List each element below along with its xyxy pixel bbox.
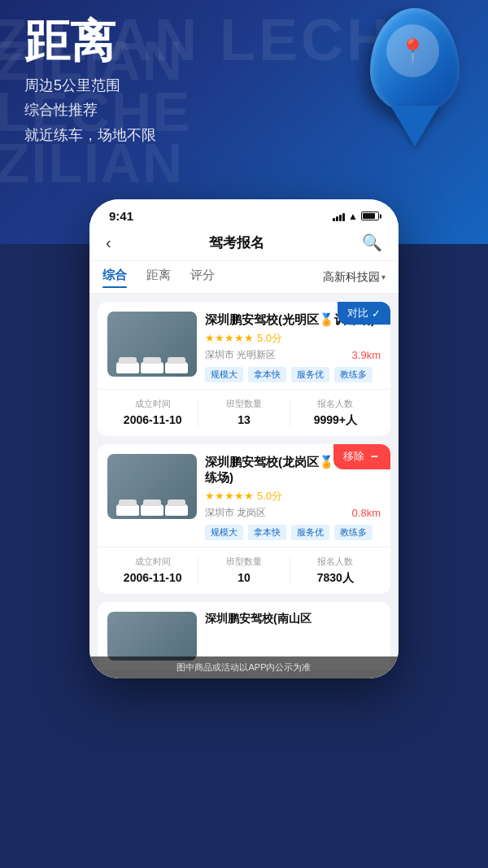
pin-body: 📍 — [370, 8, 460, 114]
hero-subtitle-line3: 就近练车，场地不限 — [24, 127, 156, 143]
card-stats-2: 成立时间 2006-11-10 班型数量 10 报名人数 7830人 — [98, 547, 390, 594]
minus-icon-2: － — [368, 448, 381, 465]
school-image-3-partial — [107, 612, 197, 661]
battery-icon — [361, 212, 379, 220]
tags-row-1: 规模大 拿本快 服务优 教练多 — [205, 367, 381, 382]
location-text-1: 深圳市 光明新区 — [205, 348, 276, 362]
tag-2-2: 拿本快 — [248, 525, 286, 540]
stars-1: ★★★★★ — [205, 332, 254, 344]
signal-icon — [333, 212, 345, 221]
stat-founded-2: 成立时间 2006-11-10 — [107, 556, 198, 586]
car-image-1 — [107, 359, 197, 377]
stat-founded-label-1: 成立时间 — [107, 398, 198, 410]
stat-classes-label-1: 班型数量 — [198, 398, 289, 410]
rating-row-1: ★★★★★ 5.0分 — [205, 331, 381, 346]
school-image-2 — [107, 454, 197, 519]
stat-founded-value-1: 2006-11-10 — [107, 413, 198, 426]
card-stats-1: 成立时间 2006-11-10 班型数量 13 报名人数 9999+人 — [98, 389, 390, 436]
school-name-3-partial: 深圳鹏安驾校(南山区 — [205, 612, 381, 626]
hero-subtitle-line1: 周边5公里范围 — [24, 77, 120, 94]
location-pin-graphic: 📍 — [358, 8, 472, 171]
chevron-down-icon: ▾ — [381, 273, 386, 281]
nav-bar: ‹ 驾考报名 🔍 — [89, 228, 399, 261]
stat-enrolled-value-2: 7830人 — [290, 571, 381, 586]
distance-2: 0.8km — [352, 507, 381, 519]
status-time: 9:41 — [109, 209, 133, 223]
check-icon-1: ✓ — [372, 308, 381, 320]
tag-2-4: 教练多 — [334, 525, 373, 540]
hero-subtitle-line2: 综合性推荐 — [24, 102, 98, 118]
stat-classes-value-1: 13 — [198, 413, 289, 426]
disclaimer-bar: 图中商品或活动以APP内公示为准 — [89, 656, 399, 678]
stat-enrolled-value-1: 9999+人 — [290, 413, 381, 428]
stat-founded-1: 成立时间 2006-11-10 — [107, 398, 198, 428]
stat-classes-2: 班型数量 10 — [198, 556, 289, 586]
rating-score-2: 5.0分 — [257, 489, 282, 504]
school-card-2: 深圳鹏安驾校(龙岗区🏅布吉训练场) ★★★★★ 5.0分 深圳市 龙岗区 0.8… — [98, 444, 390, 594]
school-card-1: 深圳鹏安驾校(光明区🏅训练场) ★★★★★ 5.0分 深圳市 光明新区 3.9k… — [98, 302, 390, 436]
stat-founded-label-2: 成立时间 — [107, 556, 198, 568]
card-top-2: 深圳鹏安驾校(龙岗区🏅布吉训练场) ★★★★★ 5.0分 深圳市 龙岗区 0.8… — [98, 444, 390, 547]
stars-2: ★★★★★ — [205, 490, 254, 502]
remove-label-2: 移除 — [343, 449, 364, 464]
car-image-2 — [107, 501, 197, 519]
stat-enrolled-1: 报名人数 9999+人 — [290, 398, 381, 428]
back-button[interactable]: ‹ — [106, 233, 111, 252]
tag-2-1: 规模大 — [205, 525, 243, 540]
card-top-1: 深圳鹏安驾校(光明区🏅训练场) ★★★★★ 5.0分 深圳市 光明新区 3.9k… — [98, 302, 390, 389]
tag-1-4: 教练多 — [334, 367, 373, 382]
pin-tail — [390, 106, 439, 146]
area-filter-label: 高新科技园 — [323, 270, 380, 285]
wifi-icon: ▲ — [348, 211, 358, 222]
hero-text-block: 距离 周边5公里范围 综合性推荐 就近练车，场地不限 — [24, 16, 156, 147]
hero-title: 距离 — [24, 16, 156, 67]
stat-enrolled-label-2: 报名人数 — [290, 556, 381, 568]
compare-badge-1[interactable]: 对比 ✓ — [338, 302, 390, 325]
remove-badge-2[interactable]: 移除 － — [333, 444, 390, 469]
stat-classes-value-2: 10 — [198, 571, 289, 584]
school-image-1 — [107, 312, 197, 377]
page-title: 驾考报名 — [209, 233, 264, 252]
stat-classes-label-2: 班型数量 — [198, 556, 289, 568]
area-filter-button[interactable]: 高新科技园 ▾ — [323, 270, 386, 285]
tab-distance[interactable]: 距离 — [146, 268, 171, 286]
status-bar: 9:41 ▲ — [89, 199, 399, 228]
location-row-2: 深圳市 龙岗区 0.8km — [205, 506, 381, 520]
school-info-3-partial: 深圳鹏安驾校(南山区 — [205, 612, 381, 661]
tab-rating[interactable]: 评分 — [190, 268, 215, 286]
location-text-2: 深圳市 龙岗区 — [205, 506, 266, 520]
stat-classes-1: 班型数量 13 — [198, 398, 289, 428]
disclaimer-text: 图中商品或活动以APP内公示为准 — [176, 662, 311, 672]
content-area: 深圳鹏安驾校(光明区🏅训练场) ★★★★★ 5.0分 深圳市 光明新区 3.9k… — [89, 294, 399, 678]
hero-subtitle: 周边5公里范围 综合性推荐 就近练车，场地不限 — [24, 73, 156, 148]
tab-comprehensive[interactable]: 综合 — [102, 268, 127, 286]
tag-1-3: 服务优 — [291, 367, 329, 382]
phone-mockup: 9:41 ▲ ‹ 驾考报名 🔍 综合 距离 评分 — [89, 199, 399, 678]
stat-enrolled-label-1: 报名人数 — [290, 398, 381, 410]
tag-2-3: 服务优 — [291, 525, 329, 540]
rating-score-1: 5.0分 — [257, 331, 282, 346]
stat-founded-value-2: 2006-11-10 — [107, 571, 198, 584]
status-icons: ▲ — [333, 211, 379, 222]
location-row-1: 深圳市 光明新区 3.9km — [205, 348, 381, 362]
tabs-row: 综合 距离 评分 高新科技园 ▾ — [89, 261, 399, 294]
tag-1-2: 拿本快 — [248, 367, 286, 382]
tags-row-2: 规模大 拿本快 服务优 教练多 — [205, 525, 381, 540]
distance-1: 3.9km — [352, 349, 381, 361]
rating-row-2: ★★★★★ 5.0分 — [205, 489, 381, 504]
pin-inner: 📍 — [386, 24, 439, 77]
stat-enrolled-2: 报名人数 7830人 — [290, 556, 381, 586]
tag-1-1: 规模大 — [205, 367, 243, 382]
compare-label-1: 对比 — [347, 306, 368, 321]
search-button[interactable]: 🔍 — [362, 233, 382, 252]
